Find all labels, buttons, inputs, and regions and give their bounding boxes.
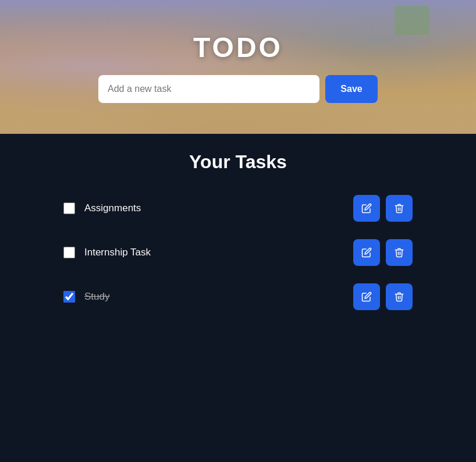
task-left: Internship Task	[63, 247, 151, 258]
task-row: Internship Task	[63, 234, 413, 271]
edit-icon	[361, 247, 372, 258]
task-left: Study	[63, 291, 109, 303]
save-button[interactable]: Save	[325, 75, 378, 103]
edit-icon	[361, 203, 372, 214]
task-1-label: Assignments	[84, 202, 141, 214]
task-1-actions	[353, 195, 413, 222]
main-section: Your Tasks Assignments	[0, 134, 476, 462]
task-2-checkbox[interactable]	[63, 247, 75, 258]
app-wrapper: TODO Save Your Tasks Assignments	[0, 0, 476, 462]
hero-section: TODO Save	[0, 0, 476, 134]
task-3-edit-button[interactable]	[353, 283, 380, 310]
task-1-checkbox[interactable]	[63, 202, 75, 214]
edit-icon	[361, 292, 372, 302]
task-left: Assignments	[63, 202, 141, 214]
delete-icon	[394, 247, 404, 258]
delete-icon	[394, 203, 404, 214]
task-3-delete-button[interactable]	[386, 283, 413, 310]
task-2-label: Internship Task	[84, 247, 151, 258]
input-row: Save	[98, 75, 378, 103]
task-row: Assignments	[63, 190, 413, 226]
app-title: TODO	[193, 31, 283, 63]
new-task-input[interactable]	[98, 75, 319, 103]
task-2-actions	[353, 239, 413, 266]
hero-background	[0, 0, 476, 134]
delete-icon	[394, 292, 404, 302]
task-2-delete-button[interactable]	[386, 239, 413, 266]
task-row: Study	[63, 279, 413, 315]
tasks-heading: Your Tasks	[189, 151, 287, 173]
tasks-container: Assignments	[63, 190, 413, 315]
task-2-edit-button[interactable]	[353, 239, 380, 266]
task-3-actions	[353, 283, 413, 310]
task-1-edit-button[interactable]	[353, 195, 380, 222]
task-1-delete-button[interactable]	[386, 195, 413, 222]
task-3-label: Study	[84, 291, 109, 303]
task-3-checkbox[interactable]	[63, 291, 75, 303]
